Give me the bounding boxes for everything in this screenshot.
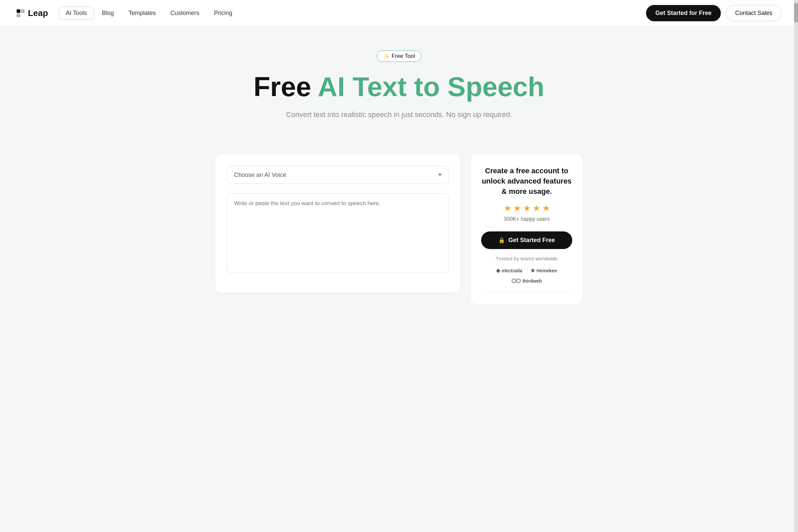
badge-label: Free Tool: [392, 53, 415, 59]
badge-sparkle-icon: ✨: [383, 53, 390, 59]
heineken-logo: ★ Heineken: [530, 267, 557, 274]
nav-actions: Get Started for Free Contact Sales: [646, 5, 782, 21]
main-content: Choose an AI Voice ▼ Create a free accou…: [183, 154, 615, 321]
get-started-free-label: Get Started Free: [508, 237, 555, 244]
trust-row-2: ⬡⬡ thirdweb: [511, 278, 542, 284]
nav-item-ai-tools[interactable]: AI Tools: [59, 7, 94, 20]
hero-subtitle: Convert text into realistic speech in ju…: [13, 110, 785, 119]
contact-sales-button[interactable]: Contact Sales: [725, 5, 782, 21]
scrollbar-thumb[interactable]: [794, 3, 798, 23]
trust-row-1: ◈ electrada ★ Heineken: [496, 267, 557, 274]
star-2: ★: [513, 203, 521, 213]
svg-rect-1: [21, 9, 25, 13]
get-started-free-button[interactable]: 🔒 Get Started Free: [481, 231, 572, 249]
svg-rect-0: [17, 9, 20, 13]
nav-item-blog[interactable]: Blog: [95, 7, 120, 19]
stars-container: ★ ★ ★ ★ ★: [481, 203, 572, 213]
electrada-name: electrada: [502, 268, 522, 273]
thirdweb-logo: ⬡⬡ thirdweb: [511, 278, 542, 284]
nav-item-templates[interactable]: Templates: [122, 7, 162, 19]
electrada-icon: ◈: [496, 267, 500, 274]
hero-title-teal: AI Text to Speech: [318, 72, 545, 102]
nav-links: AI Tools Blog Templates Customers Pricin…: [59, 7, 646, 20]
text-input[interactable]: [227, 193, 449, 273]
heineken-name: Heineken: [537, 268, 557, 273]
right-panel-title: Create a free account to unlock advanced…: [481, 166, 572, 196]
trusted-text: Trusted by teams worldwide: [481, 256, 572, 261]
trust-logos: ◈ electrada ★ Heineken ⬡⬡ thirdweb: [481, 267, 572, 284]
heineken-icon: ★: [530, 267, 535, 274]
star-3: ★: [523, 203, 531, 213]
hero-section: ✨ Free Tool Free AI Text to Speech Conve…: [0, 26, 798, 154]
free-tool-badge: ✨ Free Tool: [377, 51, 422, 62]
logo[interactable]: Leap: [16, 8, 48, 18]
navbar: Leap AI Tools Blog Templates Customers P…: [0, 0, 798, 26]
brand-name: Leap: [28, 8, 48, 18]
nav-item-pricing[interactable]: Pricing: [208, 7, 239, 19]
scrollbar[interactable]: [794, 0, 798, 532]
voice-select[interactable]: Choose an AI Voice: [227, 166, 449, 184]
thirdweb-name: thirdweb: [522, 278, 542, 284]
star-4: ★: [533, 203, 540, 213]
hero-title-black: Free: [254, 72, 311, 102]
voice-select-wrapper: Choose an AI Voice ▼: [227, 166, 449, 184]
panel-divider: [481, 292, 572, 292]
thirdweb-icon: ⬡⬡: [511, 278, 521, 284]
logo-icon: [16, 8, 25, 18]
electrada-logo: ◈ electrada: [496, 267, 522, 274]
right-panel: Create a free account to unlock advanced…: [470, 154, 583, 305]
hero-title: Free AI Text to Speech: [13, 73, 785, 101]
lock-icon: 🔒: [498, 237, 505, 243]
get-started-button[interactable]: Get Started for Free: [646, 5, 721, 21]
svg-rect-2: [17, 14, 20, 17]
nav-item-customers[interactable]: Customers: [164, 7, 206, 19]
left-panel: Choose an AI Voice ▼: [215, 154, 461, 293]
happy-users-count: 300K+ happy users: [481, 216, 572, 222]
star-1: ★: [504, 203, 511, 213]
star-5: ★: [542, 203, 550, 213]
